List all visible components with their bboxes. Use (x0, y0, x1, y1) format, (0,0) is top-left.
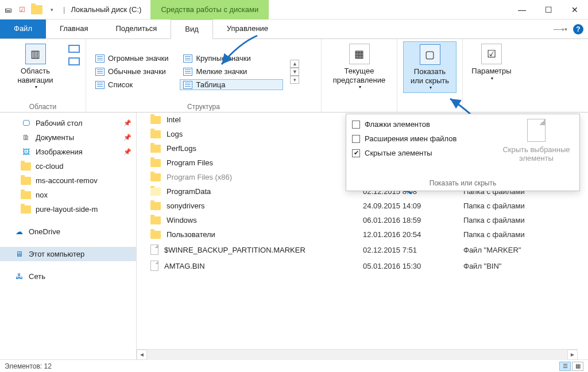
file-row[interactable]: AMTAG.BIN05.01.2016 15:30Файл "BIN" (137, 258, 588, 274)
checkbox-checked-icon: ✔ (352, 149, 360, 157)
horizontal-scrollbar[interactable]: ◄ ► (137, 349, 578, 359)
nav-desktop[interactable]: 🖵Рабочий стол📌 (0, 116, 136, 130)
layout-list[interactable]: Список (92, 79, 172, 90)
ribbon-group-panes: ▥ Область навигации ▾ Области (0, 39, 86, 112)
ribbon-group-empty-label (403, 102, 457, 111)
contextual-tab-drive-tools[interactable]: Средства работы с дисками (150, 0, 269, 20)
folder-icon (150, 231, 161, 239)
layout-label: Таблица (196, 80, 225, 89)
folder-icon (150, 116, 161, 124)
nav-network[interactable]: 🖧Сеть (0, 269, 136, 284)
current-view-button[interactable]: ▦ Текущее представление ▾ (327, 41, 391, 92)
window-controls: — ☐ ✕ (509, 0, 588, 20)
show-hide-button[interactable]: ▢ Показать или скрыть ▾ (403, 41, 457, 93)
layout-small-icons[interactable]: Мелкие значки (180, 66, 283, 77)
options-button[interactable]: ☑ Параметры ▾ (469, 41, 514, 83)
nav-cc-cloud[interactable]: cc-cloud (0, 159, 136, 173)
nav-pure-layout[interactable]: pure-layout-side-m (0, 202, 136, 216)
layout-extra-large-icons[interactable]: Огромные значки (92, 53, 172, 64)
file-row[interactable]: $WINRE_BACKUP_PARTITION.MARKER02.12.2015… (137, 242, 588, 258)
file-type: Папка с файлами (463, 202, 588, 210)
maximize-button[interactable]: ☐ (535, 0, 562, 20)
preview-pane-icon[interactable] (68, 45, 80, 53)
view-mode-toggle: ☰ ▦ (559, 362, 583, 371)
show-hide-popup: Флажки элементов Расширения имен файлов … (346, 114, 580, 191)
navigation-pane-button[interactable]: ▥ Область навигации ▾ (6, 41, 65, 92)
layout-label: Мелкие значки (196, 67, 247, 76)
nav-documents[interactable]: 🗎Документы📌 (0, 130, 136, 145)
scroll-right-button[interactable]: ► (567, 350, 578, 360)
tab-file[interactable]: Файл (0, 20, 46, 38)
file-date: 12.01.2016 20:54 (363, 230, 463, 239)
check-label: Флажки элементов (365, 120, 430, 129)
layout-label: Обычные значки (108, 67, 166, 76)
quick-access-toolbar: 🖴 ☑ ▾ (0, 5, 60, 14)
pictures-icon: 🖼 (21, 148, 31, 156)
close-button[interactable]: ✕ (562, 0, 588, 20)
ribbon-group-empty-label (469, 102, 514, 111)
minimize-button[interactable]: — (509, 0, 535, 20)
layout-icon (183, 68, 192, 76)
help-icon[interactable]: ? (573, 24, 583, 34)
scroll-left-button[interactable]: ◄ (137, 350, 147, 360)
layout-large-icons[interactable]: Крупные значки (180, 53, 283, 64)
pin-icon[interactable]: 📌 (123, 119, 131, 127)
minimize-ribbon-icon[interactable]: ⟶• (553, 25, 567, 34)
nav-label: Сеть (29, 272, 45, 281)
scroll-track[interactable] (147, 350, 567, 360)
layout-label: Огромные значки (108, 54, 168, 63)
view-icons-button[interactable]: ▦ (572, 362, 583, 371)
view-details-button[interactable]: ☰ (559, 362, 571, 371)
check-filename-extensions[interactable]: Расширения имен файлов (352, 134, 488, 143)
details-pane-icon[interactable] (68, 57, 80, 65)
file-name: AMTAG.BIN (164, 262, 205, 270)
nav-this-pc[interactable]: 🖥Этот компьютер (0, 247, 136, 261)
layout-label: Список (108, 80, 133, 89)
ribbon-group-options: ☑ Параметры ▾ (463, 39, 520, 112)
file-row[interactable]: Windows06.01.2016 18:59Папка с файлами (137, 213, 588, 227)
check-label: Скрытые элементы (365, 149, 432, 157)
tab-home[interactable]: Главная (46, 20, 102, 38)
onedrive-icon: ☁ (14, 228, 24, 236)
layout-icon (95, 81, 105, 89)
check-hidden-items[interactable]: ✔Скрытые элементы (352, 149, 488, 157)
file-type: Папка с файлами (463, 216, 588, 224)
ribbon-group-panes-label: Области (6, 102, 80, 111)
file-type: Папка с файлами (463, 230, 588, 239)
layout-scroll-up[interactable]: ▲ (290, 60, 299, 68)
current-view-label: Текущее представление (331, 67, 388, 84)
titlebar-separator: | (63, 5, 65, 14)
ribbon-group-current-view: ▦ Текущее представление ▾ (322, 39, 397, 112)
tab-view[interactable]: Вид (171, 20, 213, 39)
file-name: Logs (167, 130, 183, 138)
pin-icon[interactable]: 📌 (123, 148, 131, 156)
qat-dropdown-icon[interactable]: ▾ (47, 5, 56, 14)
navigation-pane-label: Область навигации (9, 67, 61, 84)
folder-icon (150, 216, 161, 224)
tab-manage[interactable]: Управление (213, 20, 282, 38)
nav-onedrive[interactable]: ☁OneDrive (0, 224, 136, 239)
hide-selected-button[interactable]: Скрыть выбранные элементы (493, 114, 579, 177)
folder-icon (150, 188, 161, 196)
properties-icon[interactable]: ☑ (17, 5, 26, 14)
nav-nox[interactable]: nox (0, 188, 136, 202)
documents-icon: 🗎 (21, 134, 31, 142)
layout-scroll-down[interactable]: ▼ (290, 68, 299, 76)
file-date: 05.01.2016 15:30 (363, 262, 463, 270)
file-name: PerfLogs (167, 144, 196, 153)
layout-icon (183, 81, 192, 89)
pin-icon[interactable]: 📌 (123, 134, 131, 141)
layout-medium-icons[interactable]: Обычные значки (92, 66, 172, 77)
folder-icon (21, 162, 31, 170)
layout-scroll-more[interactable]: ▾ (290, 76, 299, 84)
tab-share[interactable]: Поделиться (102, 20, 171, 38)
nav-ms-account[interactable]: ms-account-remov (0, 173, 136, 188)
layout-details[interactable]: Таблица (180, 79, 283, 90)
popup-group-label: Показать или скрыть (346, 177, 579, 191)
file-row[interactable]: sonydrivers24.09.2015 14:09Папка с файла… (137, 199, 588, 213)
ribbon-group-layout: Огромные значки Крупные значки Обычные з… (86, 39, 322, 112)
check-item-checkboxes[interactable]: Флажки элементов (352, 120, 488, 129)
file-date: 02.12.2015 7:51 (363, 246, 463, 254)
nav-pictures[interactable]: 🖼Изображения📌 (0, 145, 136, 159)
file-row[interactable]: Пользователи12.01.2016 20:54Папка с файл… (137, 227, 588, 242)
